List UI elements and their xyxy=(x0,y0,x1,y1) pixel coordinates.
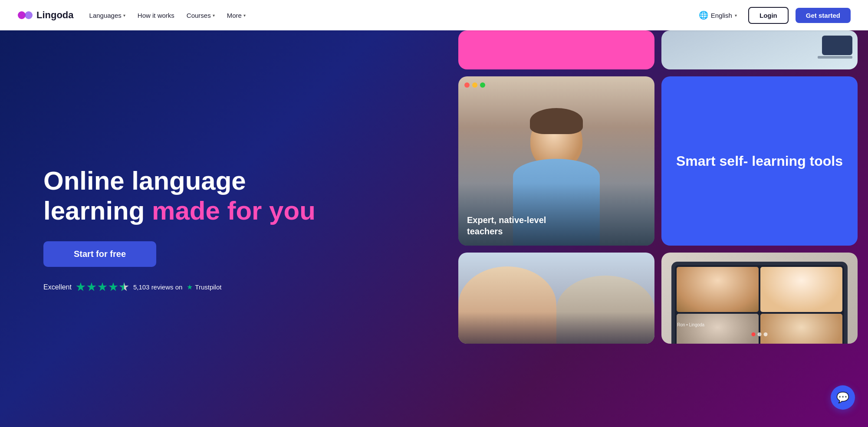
hero-right: Expert, native-levelteachers Smart self-… xyxy=(451,30,868,427)
get-started-button[interactable]: Get started xyxy=(796,8,851,23)
tb-dot-red xyxy=(752,332,756,336)
nav-more[interactable]: More ▾ xyxy=(227,12,246,19)
svg-point-1 xyxy=(25,11,33,19)
navbar: Lingoda Languages ▾ How it works Courses… xyxy=(0,0,868,30)
language-selector[interactable]: 🌐 English ▾ xyxy=(694,8,741,23)
chevron-down-icon: ▾ xyxy=(123,13,125,18)
tablet-frame xyxy=(671,262,848,344)
card-laptop-top xyxy=(661,30,858,69)
nav-courses[interactable]: Courses ▾ xyxy=(187,12,215,19)
chevron-down-icon: ▾ xyxy=(735,13,737,18)
nav-how-it-works[interactable]: How it works xyxy=(138,12,174,19)
chat-bubble[interactable]: 💬 xyxy=(831,385,855,410)
card-teacher: Expert, native-levelteachers xyxy=(458,76,654,246)
star-3 xyxy=(98,282,107,292)
window-dots xyxy=(464,82,485,88)
hero-section: Online language learning made for you St… xyxy=(0,30,868,427)
star-2 xyxy=(87,282,96,292)
teacher-card-label: Expert, native-levelteachers xyxy=(467,214,546,237)
star-half-5 xyxy=(119,282,129,292)
start-free-button[interactable]: Start for free xyxy=(43,241,156,267)
middle-row-cards: Expert, native-levelteachers Smart self-… xyxy=(458,76,858,246)
logo[interactable]: Lingoda xyxy=(17,7,74,23)
chevron-down-icon: ▾ xyxy=(243,13,246,18)
card-smart-tools: Smart self- learning tools xyxy=(661,76,858,246)
card-pink-top xyxy=(458,30,654,69)
tablet-dots xyxy=(752,332,768,336)
hero-cards: Expert, native-levelteachers Smart self-… xyxy=(451,30,868,344)
tb-dot-2 xyxy=(764,332,768,336)
face-tile-4 xyxy=(760,314,842,344)
star-1 xyxy=(76,282,85,292)
tb-dot-1 xyxy=(758,332,762,336)
face-tile-3 xyxy=(677,314,759,344)
login-button[interactable]: Login xyxy=(748,7,789,24)
dot-red xyxy=(464,82,470,88)
nav-links: Languages ▾ How it works Courses ▾ More … xyxy=(89,12,246,19)
trustpilot-label: Excellent xyxy=(43,283,72,291)
reviews-text: 5,103 reviews on xyxy=(133,283,182,291)
dot-yellow xyxy=(472,82,477,88)
navbar-left: Lingoda Languages ▾ How it works Courses… xyxy=(17,7,246,23)
nav-languages[interactable]: Languages ▾ xyxy=(89,12,125,19)
dot-green xyxy=(480,82,485,88)
top-row-cards xyxy=(458,30,858,69)
tp-star-icon: ★ xyxy=(187,283,193,291)
logo-text: Lingoda xyxy=(36,10,74,21)
logo-icon xyxy=(17,7,33,23)
svg-point-0 xyxy=(18,11,26,19)
trustpilot-stars xyxy=(76,282,129,292)
face-tile-1 xyxy=(677,267,759,312)
navbar-right: 🌐 English ▾ Login Get started xyxy=(694,7,851,24)
video-name-label: Ron • Lingoda xyxy=(677,322,704,327)
bottom-row-cards: Ron • Lingoda xyxy=(458,253,858,344)
smart-tools-text: Smart self- learning tools xyxy=(676,152,843,170)
trustpilot-row: Excellent 5,103 reviews on ★ Trustpilot xyxy=(43,282,425,292)
tablet-screen xyxy=(675,265,845,344)
card-tablet-ui: Ron • Lingoda xyxy=(661,253,858,344)
star-4 xyxy=(108,282,118,292)
hero-left: Online language learning made for you St… xyxy=(0,30,451,427)
chevron-down-icon: ▾ xyxy=(213,13,215,18)
chat-icon: 💬 xyxy=(836,391,849,404)
hero-title: Online language learning made for you xyxy=(43,166,425,226)
card-group-photo xyxy=(458,253,654,344)
face-tile-2 xyxy=(760,267,842,312)
trustpilot-logo: ★ Trustpilot xyxy=(187,283,221,291)
globe-icon: 🌐 xyxy=(699,10,708,20)
